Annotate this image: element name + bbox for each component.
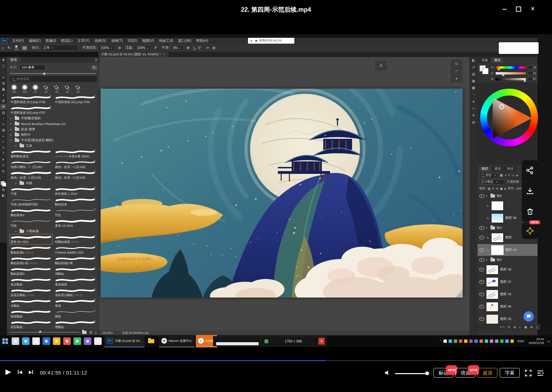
panel-strip-8-icon[interactable]: A: [472, 113, 475, 117]
brush-item[interactable]: 颗粒刻画1 ☆☆☆: [10, 245, 53, 255]
tray-4-icon[interactable]: [464, 339, 467, 343]
brush-item[interactable]: 纸画与擦痕 - 7（总100）: [10, 159, 53, 170]
tool-7-icon[interactable]: ⊕: [0, 98, 7, 104]
taskbar-app-6-icon[interactable]: [74, 337, 81, 345]
tray-8-icon[interactable]: [485, 339, 488, 343]
panel-strip-9-icon[interactable]: ◍: [472, 120, 475, 124]
tray-1-icon[interactable]: [449, 339, 452, 343]
tool-12-icon[interactable]: ▨: [0, 127, 7, 133]
taskbar-wacom-task[interactable]: W Wacom 桌面中心: [159, 335, 195, 347]
brush-item[interactable]: 颜色）纹理 - 2 (总100): [10, 170, 53, 180]
rotate-view-icon[interactable]: ↻: [451, 62, 462, 66]
artwork-canvas[interactable]: QQ635141596: [101, 89, 463, 298]
brush-item[interactable]: 铺底颗粒: [10, 309, 53, 319]
subtitle-button[interactable]: 字幕: [500, 368, 520, 378]
brush-item[interactable]: 颜料颗粒变化: [10, 148, 53, 159]
mini-preview-window[interactable]: [213, 336, 262, 346]
brush-preset-150[interactable]: 150: [10, 84, 19, 93]
tool-1-icon[interactable]: ▢: [0, 63, 7, 69]
panel-strip-4-icon[interactable]: ▩: [472, 86, 475, 90]
hue-value[interactable]: 14: [528, 65, 537, 69]
brush-subfolder[interactable]: ▾小笔刷画: [7, 228, 100, 234]
bright-value[interactable]: 97: [528, 77, 537, 81]
new-group-folder-icon[interactable]: [82, 331, 87, 334]
favorite-button[interactable]: NEW: [522, 223, 538, 239]
file-explorer-icon[interactable]: [148, 339, 154, 343]
volume-icon[interactable]: [384, 369, 392, 377]
quality-button[interactable]: 超清: [477, 368, 497, 378]
visibility-toggle[interactable]: [479, 258, 484, 262]
tray-13-icon[interactable]: [510, 339, 514, 343]
brush-item[interactable]: 细笔✎: [54, 309, 97, 319]
lock-position-icon[interactable]: ✛: [496, 187, 499, 190]
tool-9-icon[interactable]: ▤: [0, 110, 7, 115]
previous-button[interactable]: ◀: [18, 370, 22, 374]
recorder-toolbar-overlay[interactable]: [499, 42, 539, 54]
new-brush-icon[interactable]: ⊞: [89, 331, 92, 334]
menu-item-5[interactable]: 选择(S): [92, 38, 109, 43]
tool-8-icon[interactable]: ✎: [0, 104, 7, 110]
tool-color-swatches[interactable]: [1, 181, 6, 187]
tab-close-icon[interactable]: ✕: [163, 53, 166, 56]
taskbar-app-2-icon[interactable]: [32, 337, 40, 345]
panel-strip-6-icon[interactable]: ●: [472, 100, 474, 103]
trash-icon[interactable]: [526, 208, 534, 216]
filter-smart-icon[interactable]: ∎: [516, 173, 518, 177]
brush-search-box[interactable]: 搜索画笔: [10, 76, 97, 82]
tool-4-icon[interactable]: ⊞: [0, 80, 7, 86]
tool-6-icon[interactable]: ◗: [0, 92, 7, 98]
brush-item[interactable]: 颜色）纹理 - 1 (总100)✎: [54, 159, 97, 170]
layer-thumbnail[interactable]: [486, 277, 498, 287]
brush-item[interactable]: 多层次颗粒 ☆☆☆: [10, 287, 53, 298]
brush-item[interactable]: 颗粒线条✎: [54, 197, 97, 207]
speed-button[interactable]: 倍速NEW: [455, 368, 475, 378]
panel-strip-0-icon[interactable]: ◧: [472, 58, 475, 62]
brush-item[interactable]: 免点颗粒: [10, 277, 53, 287]
airbrush-icon[interactable]: ✐: [154, 46, 157, 50]
tray-6-icon[interactable]: [474, 339, 478, 343]
layer-row[interactable]: 图层 37: [477, 276, 538, 288]
layer-mask-icon[interactable]: ◍: [514, 325, 516, 329]
panel-strip-3-icon[interactable]: ▦: [472, 79, 475, 83]
brush-item[interactable]: 轻颗粒铺底 ☆☆☆✎: [54, 234, 97, 245]
menu-item-7[interactable]: 3D(D): [125, 38, 140, 43]
tray-2-icon[interactable]: [454, 339, 457, 343]
tab-brushes[interactable]: 画笔: [7, 57, 21, 63]
brush-settings-toggle-icon[interactable]: ✎: [91, 65, 97, 70]
layer-thumbnail[interactable]: [491, 201, 504, 211]
tool-19-icon[interactable]: ◎: [0, 168, 7, 174]
download-icon[interactable]: [526, 187, 534, 195]
tool-extra-1-icon[interactable]: ◧: [0, 192, 7, 198]
tool-20-icon[interactable]: ⋯: [0, 174, 7, 180]
layer-thumbnail[interactable]: [486, 265, 498, 275]
layer-thumbnail[interactable]: [491, 213, 504, 223]
brush-item[interactable]: 中国风墨迹 (81).png 4758✎: [54, 94, 97, 105]
panel-strip-7-icon[interactable]: ▭: [472, 107, 475, 110]
background-swatch[interactable]: [482, 68, 488, 74]
taskbar-app-8-icon[interactable]: [94, 337, 102, 345]
bright-slider[interactable]: [495, 78, 526, 81]
panel-strip-2-icon[interactable]: ▤: [472, 72, 475, 76]
sat-value[interactable]: 22: [528, 71, 537, 75]
brush-preset-45[interactable]: 45: [52, 84, 61, 93]
tray-7-icon[interactable]: [480, 339, 483, 343]
menu-item-6[interactable]: 滤镜(T): [109, 38, 125, 43]
tool-15-icon[interactable]: ∿: [0, 145, 7, 150]
delete-layer-icon[interactable]: ▯: [536, 325, 538, 329]
brush-item[interactable]: 润多层次颗粒 ☆☆☆✎: [54, 287, 97, 298]
close-button[interactable]: ✕: [529, 5, 536, 12]
taskbar-clock[interactable]: 10:44 2020/11/18: [529, 337, 544, 345]
brush-preset-picker[interactable]: 150: [14, 45, 19, 51]
brush-angle-value[interactable]: 0°: [198, 46, 201, 50]
tool-17-icon[interactable]: ▸: [0, 156, 7, 162]
floating-tool-hint[interactable]: ⊡: [375, 61, 386, 70]
brush-item[interactable]: 晕染铺底✎: [54, 277, 97, 287]
filter-shape-icon[interactable]: ▭: [511, 173, 515, 177]
adjustment-layer-icon[interactable]: ◐: [519, 325, 521, 329]
tray-3-icon[interactable]: [459, 339, 462, 343]
floating-panel-icons[interactable]: ↻ ⤢ ▾: [451, 60, 462, 82]
brush-folder[interactable]: ▾干水彩(类似炭彩-颗粒): [7, 137, 100, 143]
brush-folder[interactable]: ▸手绘概念笔刷: [7, 115, 100, 121]
maximize-button[interactable]: [515, 5, 522, 12]
layer-row[interactable]: 图层 38: [477, 264, 538, 276]
